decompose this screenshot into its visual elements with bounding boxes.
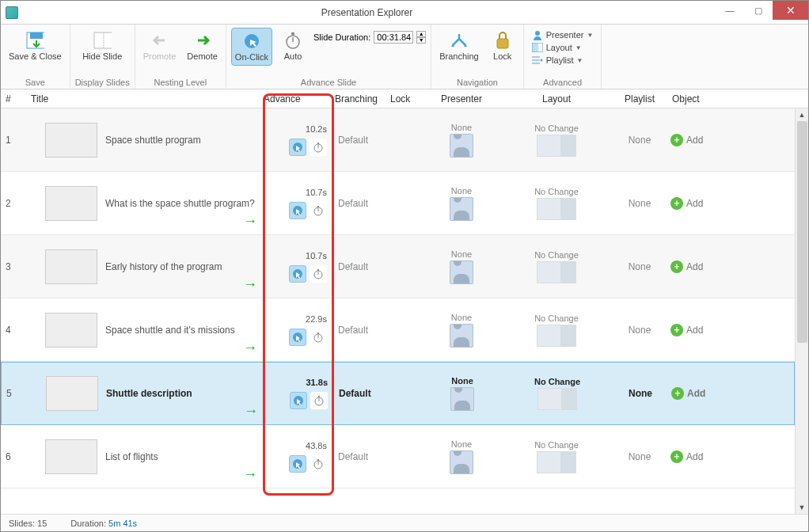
layout-dropdown[interactable]: Layout ▼: [532, 42, 594, 53]
scroll-up[interactable]: ▲: [796, 108, 808, 121]
playlist-cell[interactable]: None: [612, 325, 667, 336]
auto-button[interactable]: Auto: [277, 28, 309, 64]
layout-cell[interactable]: No Change: [501, 440, 612, 473]
advance-timer-toggle[interactable]: [310, 329, 327, 346]
advance-timer-toggle[interactable]: [310, 139, 327, 156]
branching-cell[interactable]: Default: [335, 451, 390, 462]
header-playlist[interactable]: Playlist: [612, 93, 667, 104]
presenter-cell[interactable]: None: [422, 439, 501, 474]
add-object-button[interactable]: + Add: [670, 197, 703, 210]
slide-thumbnail[interactable]: [45, 249, 97, 284]
chevron-down-icon: ▼: [577, 57, 583, 64]
scroll-thumb[interactable]: [797, 121, 807, 343]
presenter-cell[interactable]: None: [422, 313, 501, 348]
slide-thumbnail[interactable]: [45, 186, 97, 221]
presenter-cell[interactable]: None: [422, 123, 501, 158]
header-object[interactable]: Object: [667, 93, 808, 104]
slide-row[interactable]: 3 Early history of the program → 10.7s D…: [1, 235, 795, 298]
header-layout[interactable]: Layout: [501, 93, 612, 104]
advance-onclick-toggle[interactable]: [289, 139, 306, 156]
playlist-cell[interactable]: None: [612, 451, 667, 462]
minimize-button[interactable]: —: [716, 1, 744, 20]
layout-cell[interactable]: No Change: [501, 250, 612, 283]
advance-onclick-toggle[interactable]: [289, 202, 306, 219]
branching-cell[interactable]: Default: [335, 198, 390, 209]
demote-arrow-icon: →: [243, 276, 257, 293]
advance-onclick-toggle[interactable]: [290, 392, 307, 409]
slide-title: Space shuttle program: [105, 135, 201, 146]
playlist-dropdown[interactable]: Playlist ▼: [532, 55, 594, 66]
branching-cell[interactable]: Default: [335, 135, 390, 146]
header-branching[interactable]: Branching: [335, 93, 390, 104]
presenter-cell[interactable]: None: [422, 249, 501, 284]
advance-cell: 10.2s: [264, 124, 335, 156]
presenter-dropdown[interactable]: Presenter ▼: [532, 29, 594, 40]
playlist-cell[interactable]: None: [613, 388, 668, 399]
advance-time: 10.2s: [306, 124, 327, 134]
slide-duration-input[interactable]: [374, 31, 413, 44]
demote-button[interactable]: Demote: [184, 28, 221, 64]
advance-onclick-toggle[interactable]: [289, 329, 306, 346]
slide-row[interactable]: 5 Shuttle description → 31.8s Default No…: [1, 362, 795, 425]
presenter-cell[interactable]: None: [422, 186, 501, 221]
slide-row[interactable]: 4 Space shuttle and it's missions → 22.9…: [1, 298, 795, 362]
layout-cell[interactable]: No Change: [501, 187, 612, 220]
slide-row[interactable]: 6 List of flights → 43.8s Default None N…: [1, 425, 795, 488]
add-object-button[interactable]: + Add: [670, 450, 703, 463]
close-button[interactable]: ✕: [773, 1, 808, 20]
playlist-cell[interactable]: None: [612, 261, 667, 272]
advance-cell: 43.8s: [264, 441, 335, 473]
header-title[interactable]: Title: [26, 93, 264, 104]
header-presenter[interactable]: Presenter: [422, 93, 501, 104]
layout-cell[interactable]: No Change: [502, 377, 613, 410]
add-object-button[interactable]: + Add: [670, 324, 703, 336]
playlist-cell[interactable]: None: [612, 135, 667, 146]
svg-rect-1: [30, 32, 43, 39]
slide-thumbnail[interactable]: [45, 313, 97, 348]
scroll-down[interactable]: ▼: [796, 501, 808, 514]
advance-timer-toggle[interactable]: [310, 392, 328, 409]
slide-title: Space shuttle and it's missions: [105, 325, 235, 336]
playlist-cell[interactable]: None: [612, 198, 667, 209]
branching-cell[interactable]: Default: [336, 388, 391, 399]
save-close-button[interactable]: Save & Close: [6, 28, 65, 64]
row-number: 5: [2, 388, 27, 399]
avatar-icon: [450, 387, 474, 411]
maximize-button[interactable]: ▢: [744, 1, 773, 20]
presenter-label: Presenter: [546, 30, 584, 40]
slide-row[interactable]: 2 What is the space shuttle program? → 1…: [1, 172, 795, 235]
slide-thumbnail[interactable]: [46, 376, 98, 411]
presenter-cell[interactable]: None: [423, 376, 502, 411]
slide-thumbnail[interactable]: [45, 123, 97, 158]
slide-row[interactable]: 1 Space shuttle program 10.2s Default No…: [1, 108, 795, 172]
advance-timer-toggle[interactable]: [310, 202, 327, 219]
branching-cell[interactable]: Default: [335, 325, 390, 336]
add-object-button[interactable]: + Add: [671, 387, 705, 400]
layout-cell[interactable]: No Change: [501, 124, 612, 157]
onclick-button[interactable]: On-Click: [231, 28, 272, 66]
svg-rect-2: [94, 32, 112, 48]
add-object-button[interactable]: + Add: [670, 134, 703, 146]
hide-slide-button[interactable]: Hide Slide: [79, 28, 125, 64]
spinner-up[interactable]: ▲: [416, 31, 426, 37]
branching-cell[interactable]: Default: [335, 261, 390, 272]
vertical-scrollbar[interactable]: ▲ ▼: [795, 108, 808, 514]
layout-cell[interactable]: No Change: [501, 314, 612, 347]
advance-timer-toggle[interactable]: [310, 265, 327, 283]
promote-button[interactable]: Promote: [140, 28, 180, 64]
spinner-down[interactable]: ▼: [416, 37, 426, 44]
status-slides: Slides: 15: [9, 519, 47, 528]
object-cell: + Add: [667, 324, 795, 336]
add-object-button[interactable]: + Add: [670, 260, 703, 273]
lock-button[interactable]: Lock: [487, 28, 518, 64]
header-advance[interactable]: Advance: [264, 93, 335, 104]
header-num[interactable]: #: [1, 93, 26, 104]
advance-onclick-toggle[interactable]: [289, 265, 306, 283]
advance-onclick-toggle[interactable]: [289, 455, 306, 473]
slide-thumbnail[interactable]: [45, 439, 97, 474]
header-lock[interactable]: Lock: [390, 93, 422, 104]
ribbon: Save & Close Save Hide Slide Display Sli…: [1, 25, 808, 89]
demote-arrow-icon: →: [243, 340, 257, 356]
branching-button[interactable]: Branching: [436, 28, 482, 64]
advance-timer-toggle[interactable]: [310, 455, 327, 473]
